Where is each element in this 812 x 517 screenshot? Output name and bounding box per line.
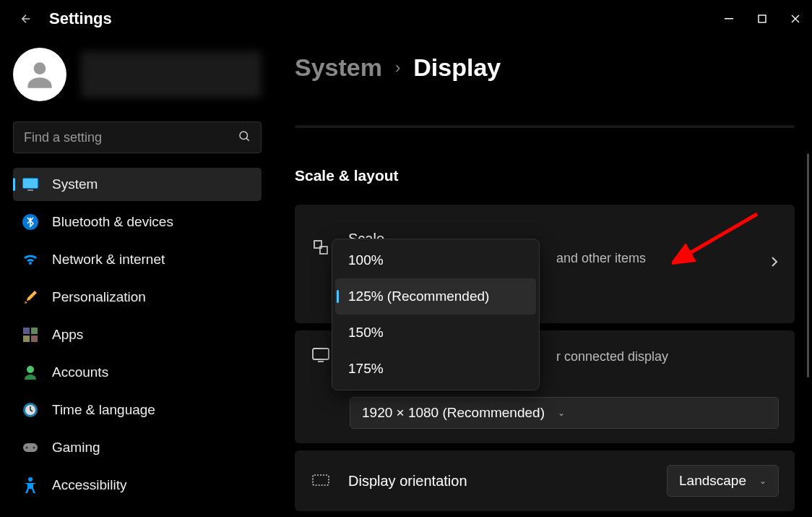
sidebar-item-accounts[interactable]: Accounts [13,356,262,389]
svg-rect-22 [313,475,329,485]
sidebar-item-label: Bluetooth & devices [52,214,173,230]
resolution-dropdown[interactable]: 1920 × 1080 (Recommended) ⌄ [350,397,779,429]
accounts-icon [22,364,39,381]
breadcrumb-current: Display [413,54,501,82]
paintbrush-icon [22,289,39,306]
scale-option-150[interactable]: 150% [335,315,536,351]
chevron-down-icon: ⌄ [558,408,565,418]
sidebar-item-label: System [52,176,98,192]
scale-option-125[interactable]: 125% (Recommended) [335,278,536,315]
scale-option-175[interactable]: 175% [335,351,536,387]
back-button[interactable] [14,7,38,30]
breadcrumb-parent[interactable]: System [295,54,382,82]
close-button[interactable] [779,4,812,33]
search-icon [238,129,251,145]
svg-rect-5 [23,179,38,188]
window-title: Settings [49,9,112,28]
svg-point-16 [26,447,28,449]
accessibility-icon [22,477,39,494]
scale-option-100[interactable]: 100% [335,242,536,278]
sidebar-item-bluetooth[interactable]: Bluetooth & devices [13,205,262,239]
search-input[interactable] [24,130,238,145]
sidebar-item-label: Accessibility [52,477,126,493]
search-box[interactable] [13,121,262,153]
svg-rect-10 [23,336,30,342]
sidebar-item-label: Network & internet [52,252,165,268]
svg-point-2 [34,62,46,74]
maximize-button[interactable] [746,4,779,33]
sidebar-item-accessibility[interactable]: Accessibility [13,469,262,502]
minimize-button[interactable] [712,4,746,33]
scale-dropdown-menu: 100% 125% (Recommended) 150% 175% [332,239,540,390]
profile-section[interactable] [13,48,262,101]
svg-point-18 [28,477,33,482]
sidebar-item-apps[interactable]: Apps [13,318,262,351]
section-title: Scale & layout [295,167,795,184]
orientation-title: Display orientation [348,473,649,490]
svg-rect-6 [27,189,33,191]
sidebar-item-gaming[interactable]: Gaming [13,431,262,464]
orientation-dropdown[interactable]: Landscape ⌄ [667,465,779,497]
sidebar-item-label: Time & language [52,402,155,418]
orientation-icon [311,471,331,491]
avatar [13,48,66,101]
svg-point-3 [240,132,248,140]
system-icon [22,176,39,193]
apps-icon [22,326,39,343]
svg-rect-11 [31,336,38,342]
svg-point-12 [27,366,34,373]
sidebar-item-time[interactable]: Time & language [13,393,262,427]
sidebar-item-label: Accounts [52,364,108,380]
wifi-icon [22,251,39,268]
breadcrumb-separator: › [395,59,400,77]
breadcrumb: System › Display [295,54,795,82]
orientation-card[interactable]: Display orientation Landscape ⌄ [295,450,795,511]
svg-rect-0 [725,18,733,20]
resolution-value: 1920 × 1080 (Recommended) [362,405,545,421]
clock-globe-icon [22,401,39,419]
chevron-down-icon: ⌄ [759,476,766,486]
sidebar-item-system[interactable]: System [13,168,262,201]
svg-rect-9 [31,328,38,334]
sidebar-item-label: Apps [52,327,83,343]
svg-point-17 [33,447,35,449]
resolution-desc: r connected display [556,349,668,364]
bluetooth-icon [22,213,39,231]
main-panel: System › Display Scale & layout Scale pl… [275,38,812,517]
scale-desc-visible: and other items [556,251,646,266]
svg-rect-21 [313,349,329,359]
display-icon [311,345,331,365]
svg-rect-15 [23,443,38,452]
scrollbar[interactable] [807,153,809,377]
chevron-right-icon [770,255,779,271]
svg-rect-8 [23,328,30,334]
sidebar-item-label: Gaming [52,440,100,456]
gamepad-icon [22,439,39,456]
svg-rect-1 [759,15,766,22]
orientation-value: Landscape [679,473,746,489]
profile-name-blurred [81,51,262,98]
sidebar-item-personalization[interactable]: Personalization [13,281,262,314]
scale-icon [311,237,331,257]
prev-section-edge [295,125,795,128]
sidebar-item-label: Personalization [52,289,146,305]
sidebar-item-network[interactable]: Network & internet [13,243,262,276]
sidebar: System Bluetooth & devices Network & int… [0,38,275,517]
